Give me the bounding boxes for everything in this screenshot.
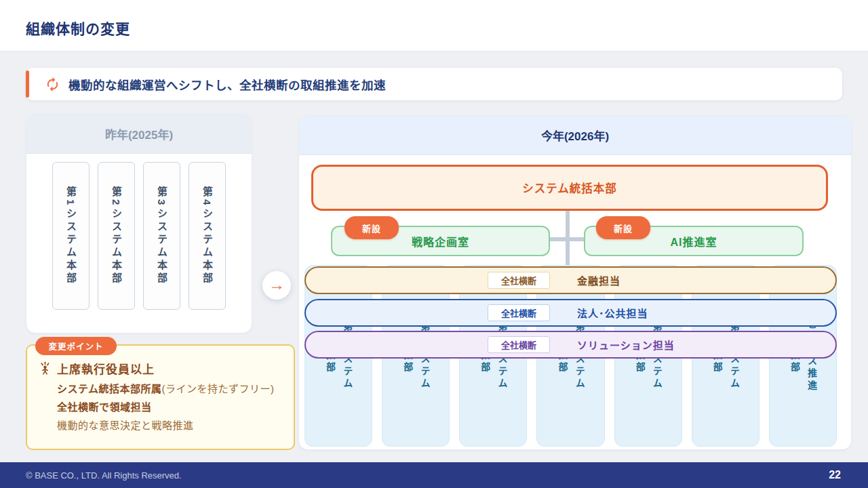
title-bar: 組織体制の変更 — [0, 0, 868, 52]
last-year-panel: 昨年(2025年) 第1システム本部 第2システム本部 第3システム本部 第4シ… — [26, 114, 252, 333]
top-org-box: システム統括本部 — [311, 165, 828, 211]
change-points-box: 変更ポイント 上席執行役員以上 — [26, 344, 295, 450]
cross-company-chip: 全社横断 — [488, 336, 550, 353]
band-label-finance: 金融担当 — [577, 268, 620, 293]
band-solution: 全社横断 ソリューション担当 — [304, 331, 837, 359]
refresh-icon — [45, 77, 60, 92]
dept-box-3: 第3システム本部 — [143, 162, 180, 310]
copyright-text: © BASE CO., LTD. All Rights Reserved. — [26, 470, 182, 481]
this-year-panel-title: 今年(2026年) — [299, 116, 851, 155]
key-message-text: 機動的な組織運営へシフトし、全社横断の取組推進を加速 — [68, 76, 386, 93]
band-label-corporate-public: 法人･公共担当 — [577, 300, 648, 325]
last-year-panel-title: 昨年(2025年) — [26, 115, 252, 154]
new-badge-1: 新設 — [344, 216, 399, 239]
point-line3: 全社横断で領域担当 — [57, 399, 152, 413]
footer-bar: © BASE CO., LTD. All Rights Reserved. 22 — [0, 462, 868, 488]
new-badge-2: 新設 — [596, 216, 650, 239]
band-corporate-public: 全社横断 法人･公共担当 — [304, 299, 837, 327]
point-line2-bold: システム統括本部所属 — [57, 381, 162, 395]
dept-box-4: 第4システム本部 — [189, 162, 226, 310]
transition-arrow: → — [262, 271, 291, 300]
right-arrow-icon: → — [269, 277, 285, 293]
dept-box-2: 第2システム本部 — [98, 162, 135, 310]
point-line4: 機動的な意思決定と戦略推進 — [57, 418, 194, 432]
this-year-panel: 今年(2026年) システム統括本部 新設 新設 戦略企画室 AI推進室 第1シ… — [298, 115, 852, 450]
band-label-solution: ソリューション担当 — [577, 332, 675, 357]
cross-company-chip: 全社横断 — [488, 272, 550, 289]
last-year-departments: 第1システム本部 第2システム本部 第3システム本部 第4システム本部 — [26, 162, 252, 310]
change-points-badge: 変更ポイント — [35, 337, 117, 355]
change-points-body: 上席執行役員以上 システム統括本部所属 (ラインを持たずフリー) 全社横断で領域… — [38, 360, 288, 436]
point-headline: 上席執行役員以上 — [57, 360, 155, 377]
slide: 組織体制の変更 機動的な組織運営へシフトし、全社横断の取組推進を加速 昨年(20… — [0, 0, 868, 488]
band-finance: 全社横断 金融担当 — [304, 266, 837, 294]
cross-company-chip: 全社横断 — [488, 304, 550, 321]
org-connector-horizontal — [550, 237, 584, 241]
page-number: 22 — [829, 469, 841, 481]
page-title: 組織体制の変更 — [26, 18, 130, 38]
accent-bar — [26, 70, 29, 98]
dept-box-1: 第1システム本部 — [52, 162, 90, 310]
key-message-banner: 機動的な組織運営へシフトし、全社横断の取組推進を加速 — [26, 68, 842, 100]
point-line2-note: (ラインを持たずフリー) — [162, 381, 275, 395]
person-sparkle-icon — [38, 361, 52, 375]
